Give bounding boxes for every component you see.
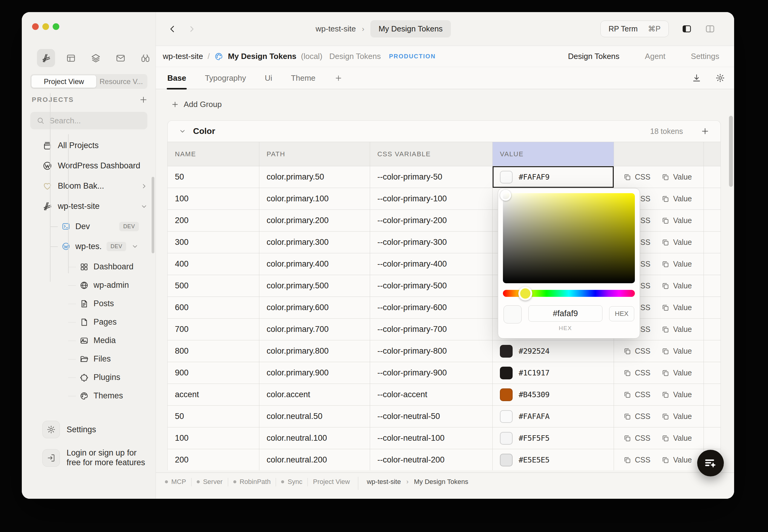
copy-value-button[interactable]: Value: [661, 238, 692, 247]
doc-tab-ui[interactable]: Ui: [265, 67, 272, 89]
cell-name[interactable]: 100: [167, 188, 259, 209]
cell-name[interactable]: 300: [167, 232, 259, 253]
color-swatch[interactable]: [500, 171, 512, 183]
cell-css[interactable]: --color-primary-50: [370, 166, 493, 188]
cell-path[interactable]: color.primary.800: [259, 340, 370, 362]
chevron-down-icon[interactable]: [131, 242, 139, 250]
sidebar-item-wp-tes[interactable]: wp-tes...DEV: [22, 236, 155, 256]
sidebar-item-wp-admin[interactable]: wp-admin: [22, 276, 155, 294]
cell-name[interactable]: 600: [167, 297, 259, 318]
copy-css-button[interactable]: CSS: [623, 368, 650, 377]
color-swatch[interactable]: [500, 432, 512, 445]
copy-css-button[interactable]: CSS: [623, 434, 650, 443]
cell-css[interactable]: --color-primary-100: [370, 188, 493, 209]
cell-css[interactable]: --color-primary-700: [370, 319, 493, 340]
cell-value[interactable]: #F5F5F5: [493, 427, 614, 449]
cell-name[interactable]: 200: [167, 449, 259, 470]
cell-css[interactable]: --color-primary-400: [370, 253, 493, 275]
settings-gear-icon[interactable]: [715, 73, 725, 83]
cell-path[interactable]: color.accent: [259, 384, 370, 405]
copy-value-button[interactable]: Value: [661, 434, 692, 443]
add-group-button[interactable]: Add Group: [171, 100, 222, 109]
cell-path[interactable]: color.primary.700: [259, 319, 370, 340]
forward-button[interactable]: [187, 24, 197, 34]
add-token-button[interactable]: [701, 127, 710, 136]
cell-name[interactable]: 400: [167, 253, 259, 275]
copy-value-button[interactable]: Value: [661, 325, 692, 334]
cell-name[interactable]: 50: [167, 166, 259, 188]
toggle-right-panel-icon[interactable]: [705, 24, 715, 34]
status-robinpath[interactable]: RobinPath: [228, 477, 276, 487]
cell-value[interactable]: #E5E5E5: [493, 449, 614, 470]
cell-path[interactable]: color.primary.900: [259, 362, 370, 384]
sidebar-item-plugins[interactable]: Plugins: [22, 368, 155, 387]
back-button[interactable]: [167, 24, 177, 34]
copy-value-button[interactable]: Value: [661, 281, 692, 290]
cell-name[interactable]: 200: [167, 210, 259, 231]
copy-css-button[interactable]: CSS: [623, 347, 650, 355]
view-tab-design-tokens[interactable]: Design Tokens: [568, 52, 620, 61]
color-swatch[interactable]: [500, 454, 512, 466]
download-icon[interactable]: [692, 73, 701, 83]
status-project-view[interactable]: Project View: [308, 477, 355, 487]
cell-name[interactable]: 900: [167, 362, 259, 384]
color-swatch[interactable]: [500, 388, 512, 401]
copy-value-button[interactable]: Value: [661, 412, 692, 421]
sidebar-item-bloom-bakery[interactable]: Bloom Bak...: [22, 176, 155, 196]
sidebar-item-media[interactable]: Media: [22, 331, 155, 350]
sidebar-item-login[interactable]: Login or sign up for free for more featu…: [42, 448, 148, 468]
cell-name[interactable]: 50: [167, 406, 259, 427]
sidebar-item-wp-test-site[interactable]: wp-test-site: [22, 196, 155, 216]
copy-css-button[interactable]: CSS: [623, 412, 650, 421]
status-project[interactable]: wp-test-site: [367, 478, 401, 486]
add-project-button[interactable]: [139, 95, 148, 104]
copy-value-button[interactable]: Value: [661, 456, 692, 464]
cell-path[interactable]: color.primary.500: [259, 275, 370, 297]
cell-path[interactable]: color.primary.100: [259, 188, 370, 209]
copy-css-button[interactable]: CSS: [623, 456, 650, 464]
status-mcp[interactable]: MCP: [160, 477, 191, 487]
doc-tab-theme[interactable]: Theme: [291, 67, 316, 89]
cell-name[interactable]: 700: [167, 319, 259, 340]
cell-css[interactable]: --color-neutral-200: [370, 449, 493, 470]
add-tab-button[interactable]: [334, 67, 343, 89]
color-swatch[interactable]: [500, 367, 512, 379]
copy-value-button[interactable]: Value: [661, 216, 692, 225]
status-sync[interactable]: Sync: [276, 477, 308, 487]
project-search[interactable]: [30, 112, 147, 129]
toolbar-layers[interactable]: [86, 49, 105, 67]
hue-slider[interactable]: [503, 290, 635, 297]
view-tab-settings[interactable]: Settings: [691, 52, 719, 61]
copy-value-button[interactable]: Value: [661, 347, 692, 355]
cell-path[interactable]: color.primary.300: [259, 232, 370, 253]
cell-css[interactable]: --color-neutral-100: [370, 427, 493, 449]
cell-path[interactable]: color.primary.200: [259, 210, 370, 231]
cell-path[interactable]: color.neutral.200: [259, 449, 370, 470]
breadcrumb-project[interactable]: wp-test-site: [163, 52, 203, 61]
cell-name[interactable]: 500: [167, 275, 259, 297]
saturation-value-area[interactable]: [503, 193, 635, 283]
sidebar-item-all-projects[interactable]: All Projects: [22, 135, 155, 156]
cell-name[interactable]: 100: [167, 427, 259, 449]
copy-value-button[interactable]: Value: [661, 368, 692, 377]
chevron-down-icon[interactable]: [140, 203, 148, 210]
copy-value-button[interactable]: Value: [661, 194, 692, 203]
hue-handle[interactable]: [518, 287, 532, 300]
cell-css[interactable]: --color-primary-600: [370, 297, 493, 318]
cell-name[interactable]: 800: [167, 340, 259, 362]
cell-css[interactable]: --color-accent: [370, 384, 493, 405]
cell-value[interactable]: #FAFAFA: [493, 406, 614, 427]
toolbar-binoculars[interactable]: [136, 49, 154, 67]
chevron-right-icon[interactable]: [140, 182, 148, 190]
minimize-window-button[interactable]: [42, 23, 49, 30]
titlebar-project[interactable]: wp-test-site: [316, 24, 356, 34]
sidebar-item-pages[interactable]: Pages: [22, 313, 155, 331]
cell-css[interactable]: --color-neutral-50: [370, 406, 493, 427]
sidebar-item-dev[interactable]: DevDEV: [22, 216, 155, 236]
color-swatch[interactable]: [500, 345, 512, 358]
sidebar-item-wordpress-dashboard[interactable]: WordPress Dashboard: [22, 156, 155, 176]
active-page-tab[interactable]: My Design Tokens: [370, 20, 451, 37]
sidebar-item-settings[interactable]: Settings: [42, 421, 96, 438]
cell-path[interactable]: color.primary.50: [259, 166, 370, 188]
status-page[interactable]: My Design Tokens: [414, 478, 468, 486]
